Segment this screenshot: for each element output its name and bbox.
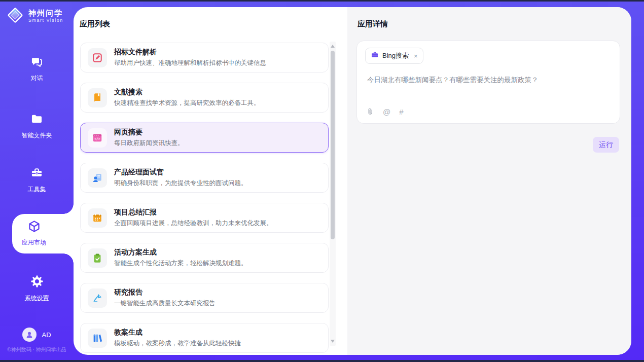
app-card-desc: 智能生成个性化活动方案，轻松解决规划难题。 — [114, 259, 247, 268]
sidebar-item-smart-folder[interactable]: 智能文件夹 — [0, 112, 74, 140]
interviewer-icon — [88, 168, 107, 188]
app-card-title: 教案生成 — [114, 328, 241, 337]
app-list-title: 应用列表 — [80, 19, 110, 29]
prompt-input-card: Bing搜索 × 今日湖北有哪些新闻要点？有哪些需要关注的最新政策？ @ # — [356, 41, 620, 124]
close-icon[interactable]: × — [414, 53, 418, 59]
tool-chip-label: Bing搜索 — [382, 51, 409, 60]
app-card-desc: 模板驱动，教案秒成，教学准备从此轻松快捷 — [114, 339, 241, 348]
app-card-desc: 明确身份和职责，为您提供专业性的面试问题。 — [114, 179, 247, 188]
attachment-icon[interactable] — [366, 107, 374, 116]
browser-code-icon: </> — [88, 128, 107, 148]
app-card-list: 招标文件解析 帮助用户快速、准确地理解和解析招标书中的关键信息 文献搜索 快速精… — [80, 43, 329, 353]
sidebar-item-app-market[interactable]: 应用市场 — [12, 214, 74, 254]
list-scrollbar[interactable] — [330, 42, 336, 346]
gear-icon — [30, 274, 44, 291]
sidebar-item-label: 智能文件夹 — [22, 131, 52, 140]
calendar-icon — [88, 208, 107, 228]
app-card-lesson-plan[interactable]: 教案生成 模板驱动，教案秒成，教学准备从此轻松快捷 — [80, 323, 329, 353]
app-card-pm-interviewer[interactable]: 产品经理面试官 明确身份和职责，为您提供专业性的面试问题。 — [80, 163, 329, 193]
user-account[interactable]: AD — [0, 328, 74, 342]
book-icon — [88, 88, 107, 107]
sidebar-item-toolset[interactable]: 工具集 — [0, 166, 74, 194]
hash-icon[interactable]: # — [399, 107, 403, 116]
sidebar-item-settings[interactable]: 系统设置 — [0, 274, 74, 303]
app-card-title: 活动方案生成 — [114, 248, 247, 257]
scrollbar-thumb[interactable] — [331, 51, 335, 239]
sidebar-item-label: 对话 — [31, 74, 43, 83]
app-list-panel: 应用列表 招标文件解析 帮助用户快速、准确地理解和解析招标书中的关键信息 — [74, 7, 347, 355]
briefcase-icon — [371, 51, 379, 61]
tool-chip-bing-search[interactable]: Bing搜索 × — [365, 48, 423, 64]
app-card-title: 研究报告 — [114, 288, 216, 297]
brand-title: 神州问学 — [28, 9, 63, 18]
scroll-down-arrow-icon[interactable] — [331, 340, 335, 344]
app-card-desc: 帮助用户快速、准确地理解和解析招标书中的关键信息 — [114, 59, 266, 67]
app-detail-title: 应用详情 — [357, 19, 388, 29]
app-card-tender-analysis[interactable]: 招标文件解析 帮助用户快速、准确地理解和解析招标书中的关键信息 — [80, 43, 329, 73]
sidebar: 神州问学 Smart Vision 对话 智能文件夹 — [0, 0, 74, 362]
books-icon — [88, 329, 107, 348]
app-card-desc: 全面回顾项目进展，总结经验教训，助力未来优化发展。 — [114, 219, 273, 228]
toolbox-icon — [30, 166, 44, 182]
app-card-desc: 快速精准查找学术资源，提高研究效率的必备工具。 — [114, 99, 260, 107]
sidebar-item-label: 工具集 — [28, 185, 46, 194]
clipboard-check-icon — [88, 248, 107, 268]
app-card-web-summary[interactable]: </> 网页摘要 每日政府新闻资讯快查。 — [80, 123, 329, 153]
brand-subtitle: Smart Vision — [28, 18, 63, 23]
copyright-footer: ©神州数码 · 神州问学出品 — [0, 346, 74, 353]
app-detail-panel: 应用详情 Bing搜索 × 今日湖北有哪些新闻要点？有哪些需要关注的最新政策？ — [347, 7, 631, 355]
input-toolbar: @ # — [366, 107, 404, 116]
sidebar-item-chat[interactable]: 对话 — [0, 55, 74, 83]
diamond-logo-icon — [6, 6, 24, 26]
main-content: 应用列表 招标文件解析 帮助用户快速、准确地理解和解析招标书中的关键信息 — [74, 7, 631, 355]
sidebar-item-label: 系统设置 — [25, 294, 49, 303]
mention-icon[interactable]: @ — [383, 107, 390, 116]
app-card-title: 产品经理面试官 — [114, 168, 247, 177]
brand-logo: 神州问学 Smart Vision — [6, 6, 63, 26]
app-card-research-report[interactable]: 研究报告 一键智能生成高质量长文本研究报告 — [80, 283, 329, 313]
app-card-title: 项目总结汇报 — [114, 208, 273, 217]
run-button[interactable]: 运行 — [593, 137, 619, 153]
app-card-desc: 每日政府新闻资讯快查。 — [114, 139, 184, 148]
app-card-desc: 一键智能生成高质量长文本研究报告 — [114, 299, 216, 308]
app-card-title: 招标文件解析 — [114, 48, 266, 57]
app-card-literature-search[interactable]: 文献搜索 快速精准查找学术资源，提高研究效率的必备工具。 — [80, 83, 329, 113]
window-bottom-edge — [0, 360, 644, 362]
chat-icon — [30, 55, 44, 70]
folder-icon — [30, 112, 44, 128]
app-card-event-plan[interactable]: 活动方案生成 智能生成个性化活动方案，轻松解决规划难题。 — [80, 243, 329, 273]
pen-square-icon — [88, 48, 107, 67]
app-card-project-summary[interactable]: 项目总结汇报 全面回顾项目进展，总结经验教训，助力未来优化发展。 — [80, 203, 329, 233]
user-initials: AD — [42, 331, 51, 339]
window-top-edge — [0, 0, 644, 2]
app-card-title: 文献搜索 — [114, 88, 260, 97]
svg-text:</>: </> — [94, 137, 100, 141]
app-window: 神州问学 Smart Vision 对话 智能文件夹 — [0, 0, 644, 362]
cube-icon — [27, 220, 41, 235]
app-card-title: 网页摘要 — [114, 128, 184, 137]
ink-pen-icon — [88, 288, 107, 308]
avatar — [22, 328, 37, 342]
scroll-up-arrow-icon[interactable] — [331, 44, 335, 48]
sidebar-item-label: 应用市场 — [22, 238, 46, 247]
query-input[interactable]: 今日湖北有哪些新闻要点？有哪些需要关注的最新政策？ — [367, 76, 611, 85]
